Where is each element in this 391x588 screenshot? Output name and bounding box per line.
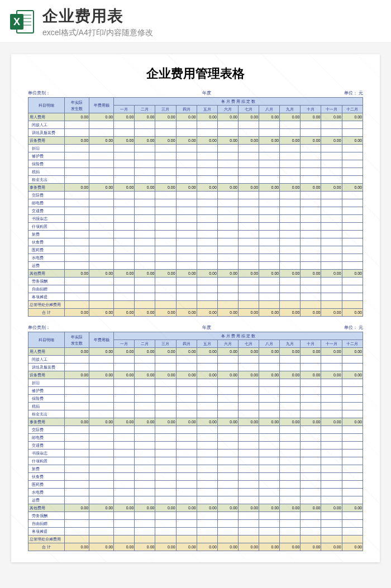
cell xyxy=(114,215,135,223)
cell: 0.00 xyxy=(114,504,135,512)
cell: 0.00 xyxy=(238,270,259,278)
row-name: 什项购置 xyxy=(28,457,65,465)
cell xyxy=(135,434,155,442)
cell xyxy=(64,450,89,457)
row-name: 运费 xyxy=(28,262,65,270)
cell: 0.00 xyxy=(301,348,321,356)
cell xyxy=(135,496,155,504)
row-name: 其他费用 xyxy=(28,270,65,278)
cell xyxy=(64,278,89,285)
cell xyxy=(114,301,135,309)
row-name: 各项摊提 xyxy=(28,293,65,301)
cell xyxy=(89,168,114,176)
cell xyxy=(197,434,217,442)
cell xyxy=(64,238,89,246)
cell xyxy=(64,387,89,395)
cell xyxy=(280,160,301,168)
cell xyxy=(89,410,114,418)
cell xyxy=(135,238,155,246)
cell xyxy=(301,426,321,434)
row-name: 旅费 xyxy=(28,231,65,238)
cell: 0.00 xyxy=(280,504,301,512)
cell xyxy=(217,481,238,489)
cell: 0.00 xyxy=(89,371,114,379)
cell xyxy=(280,481,301,489)
cell xyxy=(89,457,114,465)
cell xyxy=(155,223,176,231)
cell xyxy=(114,285,135,293)
cell xyxy=(89,246,114,254)
cell xyxy=(155,168,176,176)
cell: 0.00 xyxy=(342,113,363,121)
cell: 0.00 xyxy=(155,184,176,192)
cell xyxy=(259,199,280,207)
cell xyxy=(135,199,155,207)
cell xyxy=(301,199,321,207)
cell xyxy=(114,410,135,418)
cell xyxy=(321,160,342,168)
cell xyxy=(155,285,176,293)
cell xyxy=(301,496,321,504)
cell: 0.00 xyxy=(342,371,363,379)
cell xyxy=(280,129,301,137)
cell xyxy=(238,410,259,418)
cell xyxy=(280,223,301,231)
row-name: 邮电费 xyxy=(28,434,65,442)
cell xyxy=(197,442,217,450)
table-row: 劳务报酬 xyxy=(28,278,363,285)
cell: 0.00 xyxy=(176,504,197,512)
cell: 0.00 xyxy=(155,418,176,426)
cell xyxy=(259,379,280,387)
cell: 0.00 xyxy=(217,113,238,121)
cell xyxy=(197,278,217,285)
cell xyxy=(64,168,89,176)
cell xyxy=(321,231,342,238)
cell xyxy=(280,450,301,457)
table-row: 合 计0.000.000.000.000.000.000.000.000.000… xyxy=(28,543,363,551)
cell: 0.00 xyxy=(135,543,155,551)
cell xyxy=(217,199,238,207)
row-name: 伙食费 xyxy=(28,473,65,481)
cell xyxy=(342,293,363,301)
cell xyxy=(64,426,89,434)
cell xyxy=(114,520,135,528)
cell xyxy=(89,238,114,246)
cell xyxy=(155,536,176,543)
cell: 0.00 xyxy=(64,543,89,551)
cell xyxy=(280,410,301,418)
cell xyxy=(238,254,259,262)
cell xyxy=(321,395,342,403)
col-month: 五月 xyxy=(197,106,217,113)
cell xyxy=(114,145,135,152)
table-row: 交通费 xyxy=(28,207,363,215)
cell xyxy=(155,152,176,160)
cell xyxy=(301,465,321,473)
cell: 0.00 xyxy=(217,309,238,317)
cell xyxy=(301,293,321,301)
cell xyxy=(135,481,155,489)
cell xyxy=(259,426,280,434)
cell xyxy=(176,129,197,137)
cell xyxy=(89,129,114,137)
cell xyxy=(64,434,89,442)
cell xyxy=(135,223,155,231)
cell xyxy=(301,223,321,231)
col-month: 十二月 xyxy=(342,106,363,113)
cell xyxy=(197,160,217,168)
cell xyxy=(280,238,301,246)
cell xyxy=(64,254,89,262)
cell xyxy=(321,528,342,536)
cell xyxy=(197,473,217,481)
cell xyxy=(217,238,238,246)
cell: 0.00 xyxy=(280,270,301,278)
col-month: 二月 xyxy=(135,106,155,113)
cell xyxy=(114,160,135,168)
table-row: 伙食费 xyxy=(28,238,363,246)
cell xyxy=(321,442,342,450)
cell xyxy=(280,496,301,504)
cell xyxy=(176,450,197,457)
table-row: 设备费用0.000.000.000.000.000.000.000.000.00… xyxy=(28,137,363,145)
cell xyxy=(259,395,280,403)
cell xyxy=(197,168,217,176)
cell xyxy=(176,293,197,301)
